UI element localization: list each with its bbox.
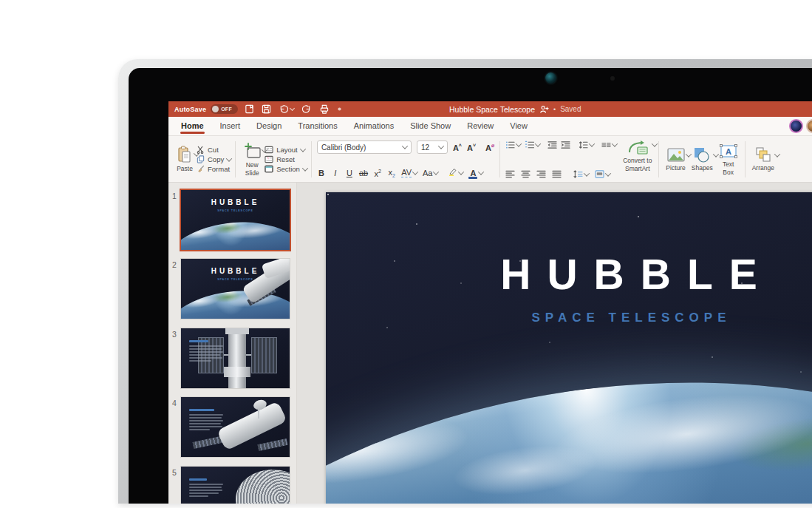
print-icon[interactable] bbox=[319, 104, 330, 114]
decrease-indent-button[interactable] bbox=[547, 140, 557, 149]
earth-image bbox=[326, 317, 812, 504]
underline-button[interactable]: U bbox=[345, 169, 354, 177]
slide-canvas[interactable]: HUBBLE SPACE TELESCOPE bbox=[326, 192, 812, 504]
line-spacing-button[interactable] bbox=[579, 140, 594, 149]
font-group: Calibri (Body) 12 A˄ A˅ A⌀ B I bbox=[315, 138, 496, 180]
thumbnail-slide-3[interactable] bbox=[181, 328, 290, 388]
layout-button[interactable]: Layout bbox=[265, 145, 307, 155]
align-text-button[interactable] bbox=[595, 170, 610, 178]
bold-button[interactable]: B bbox=[317, 169, 326, 177]
font-size-value: 12 bbox=[421, 143, 429, 152]
user-avatar[interactable] bbox=[789, 119, 803, 133]
user-avatar-2[interactable] bbox=[806, 119, 812, 133]
tablet-device-frame: AutoSave OFF bbox=[118, 59, 812, 504]
text-direction-button[interactable] bbox=[573, 170, 589, 178]
text-highlight-button[interactable] bbox=[448, 168, 463, 177]
tab-transitions[interactable]: Transitions bbox=[290, 117, 345, 135]
slide-title[interactable]: HUBBLE bbox=[407, 250, 812, 299]
font-color-button[interactable]: A bbox=[468, 169, 483, 177]
thumb-4-solar-panel-right bbox=[258, 438, 288, 451]
thumb-1-number: 1 bbox=[172, 192, 177, 200]
star-field bbox=[327, 194, 329, 195]
shapes-label: Shapes bbox=[692, 165, 713, 172]
increase-indent-button[interactable] bbox=[561, 140, 570, 149]
italic-button[interactable]: I bbox=[331, 169, 340, 177]
tab-home[interactable]: Home bbox=[173, 117, 212, 135]
reset-button[interactable]: Reset bbox=[265, 155, 307, 164]
copy-dropdown-icon[interactable] bbox=[226, 155, 232, 161]
group-divider bbox=[499, 141, 500, 177]
font-name-select[interactable]: Calibri (Body) bbox=[317, 140, 412, 154]
font-color-dropdown-icon bbox=[478, 169, 484, 175]
clear-formatting-button[interactable]: A⌀ bbox=[485, 143, 494, 152]
thumbnail-slide-4[interactable] bbox=[181, 397, 290, 457]
svg-text:A: A bbox=[726, 146, 731, 155]
change-case-dropdown-icon bbox=[433, 169, 439, 175]
smartart-dropdown-icon[interactable] bbox=[652, 140, 658, 146]
align-left-button[interactable] bbox=[505, 170, 515, 178]
slide-subtitle[interactable]: SPACE TELESCOPE bbox=[407, 311, 812, 325]
layout-dropdown-icon[interactable] bbox=[299, 146, 305, 152]
copy-button[interactable]: Copy bbox=[197, 155, 231, 164]
slides-small-buttons: Layout Reset Section bbox=[265, 143, 307, 176]
new-slide-label-1: New bbox=[246, 162, 259, 169]
thumb-1-earth-image bbox=[181, 214, 290, 250]
autosave-toggle[interactable]: OFF bbox=[211, 104, 238, 114]
bullets-button[interactable] bbox=[505, 140, 521, 149]
character-spacing-button[interactable]: AV bbox=[401, 168, 417, 177]
tab-animations[interactable]: Animations bbox=[346, 117, 402, 135]
justify-button[interactable] bbox=[552, 170, 562, 178]
undo-icon[interactable] bbox=[279, 104, 294, 114]
section-button[interactable]: Section bbox=[265, 164, 307, 174]
grow-font-button[interactable]: A˄ bbox=[453, 143, 462, 152]
text-box-button[interactable]: A Text Box bbox=[716, 142, 741, 177]
smartart-label-2: SmartArt bbox=[625, 166, 650, 173]
convert-to-smartart-button[interactable]: Convert to SmartArt bbox=[620, 138, 655, 180]
thumbnail-slide-5[interactable] bbox=[181, 467, 290, 504]
group-divider bbox=[311, 141, 312, 177]
numbering-button[interactable] bbox=[525, 140, 540, 149]
layout-label: Layout bbox=[276, 146, 298, 154]
subscript-button[interactable]: x2 bbox=[387, 168, 396, 178]
section-label: Section bbox=[276, 165, 300, 173]
cut-button[interactable]: Cut bbox=[197, 145, 231, 155]
align-right-button[interactable] bbox=[536, 170, 546, 178]
slide-editor: HUBBLE SPACE TELESCOPE bbox=[296, 183, 812, 504]
copy-label: Copy bbox=[208, 155, 224, 163]
thumb-1-title: HUBBLE bbox=[181, 198, 290, 206]
thumb-2-number: 2 bbox=[172, 260, 177, 269]
align-center-button[interactable] bbox=[521, 170, 530, 178]
superscript-button[interactable]: x2 bbox=[373, 169, 382, 178]
shapes-button[interactable]: Shapes bbox=[689, 146, 716, 173]
share-people-icon[interactable] bbox=[539, 105, 549, 114]
thumb-4-text-block bbox=[189, 409, 225, 432]
tab-design[interactable]: Design bbox=[248, 117, 290, 135]
tab-review[interactable]: Review bbox=[459, 117, 502, 135]
text-direction-dropdown-icon bbox=[584, 170, 590, 176]
flipbook-icon[interactable] bbox=[245, 104, 254, 114]
thumbnail-slide-2[interactable]: HUBBLE SPACE TELESCOPE bbox=[181, 259, 290, 319]
picture-button[interactable]: Picture bbox=[663, 146, 688, 173]
font-size-select[interactable]: 12 bbox=[417, 140, 448, 154]
highlight-dropdown-icon bbox=[458, 169, 464, 175]
tab-insert[interactable]: Insert bbox=[212, 117, 249, 135]
arrange-dropdown-icon[interactable] bbox=[774, 151, 780, 157]
thumbnail-slide-1[interactable]: HUBBLE SPACE TELESCOPE bbox=[181, 190, 290, 250]
paste-button[interactable]: Paste bbox=[173, 145, 197, 174]
front-camera bbox=[545, 72, 556, 84]
save-icon[interactable] bbox=[262, 104, 271, 114]
columns-button[interactable] bbox=[601, 140, 617, 149]
undo-dropdown-icon[interactable] bbox=[290, 105, 295, 110]
new-slide-button[interactable]: New Slide bbox=[239, 141, 265, 178]
change-case-button[interactable]: Aa bbox=[423, 169, 438, 177]
redo-icon[interactable] bbox=[301, 104, 312, 114]
shrink-font-button[interactable]: A˅ bbox=[467, 143, 476, 152]
strikethrough-button[interactable]: ab bbox=[359, 169, 368, 177]
section-dropdown-icon[interactable] bbox=[302, 165, 308, 171]
qat-customize-icon[interactable] bbox=[337, 106, 342, 112]
format-painter-button[interactable]: Format bbox=[197, 164, 231, 174]
arrange-button[interactable]: Arrange bbox=[749, 146, 777, 173]
tab-view[interactable]: View bbox=[502, 117, 536, 135]
arrange-group: Arrange bbox=[749, 138, 777, 180]
tab-slide-show[interactable]: Slide Show bbox=[402, 117, 459, 135]
